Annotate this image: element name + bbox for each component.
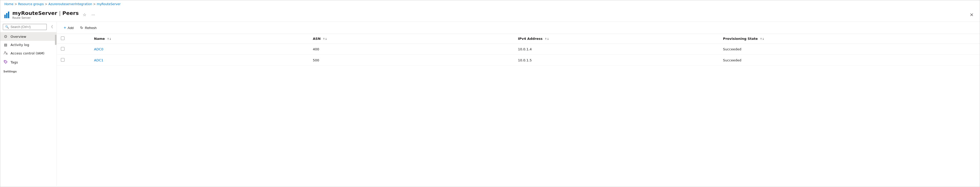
table-header-row: Name ↑↓ ASN ↑↓ IPv4 Address ↑↓ Provisi [57,34,980,44]
select-all-checkbox[interactable] [61,36,64,40]
content-area: + Add ↻ Refresh Name ↑↓ [57,22,980,186]
collapse-sidebar-button[interactable]: 《 [48,24,54,30]
asn-sort-icon: ↑↓ [323,38,327,40]
row-actions-0: ··· [925,44,980,55]
row-checkbox-1[interactable] [61,58,64,62]
refresh-icon: ↻ [80,26,83,30]
page-subtitle: Route Server [12,16,79,19]
th-ipv4[interactable]: IPv4 Address ↑↓ [515,34,720,44]
th-actions [925,34,980,44]
table-container: Name ↑↓ ASN ↑↓ IPv4 Address ↑↓ Provisi [57,34,980,186]
row-ipv4-0: 10.0.1.4 [515,44,720,55]
favorite-button[interactable]: ☆ [82,11,88,18]
add-icon: + [64,25,66,30]
search-icon: 🔍 [5,25,9,29]
overview-icon: ⊙ [3,34,8,39]
sidebar-item-overview[interactable]: ⊙ Overview [0,32,57,41]
row-asn-1: 500 [310,55,515,66]
toolbar: + Add ↻ Refresh [57,22,980,34]
more-button[interactable]: ··· [91,11,96,18]
peers-table: Name ↑↓ ASN ↑↓ IPv4 Address ↑↓ Provisi [57,34,980,66]
tags-icon [3,60,8,65]
sidebar-item-access-control[interactable]: Access control (IAM) [0,49,57,58]
row-checkbox-cell [57,55,91,66]
row-asn-0: 400 [310,44,515,55]
svg-point-0 [5,52,6,53]
breadcrumb-resource-groups[interactable]: Resource groups [18,2,44,6]
sidebar-item-activity-log[interactable]: ▤ Activity log [0,41,57,49]
sidebar-label-activity-log: Activity log [11,43,29,47]
close-button[interactable]: ✕ [968,11,976,19]
sidebar-nav: ⊙ Overview ▤ Activity log Access control… [0,32,57,186]
scroll-indicator [55,35,57,45]
sidebar-label-overview: Overview [11,35,26,38]
row-checkbox-cell [57,44,91,55]
name-sort-icon: ↑↓ [107,38,111,40]
sidebar-item-tags[interactable]: Tags [0,58,57,67]
row-actions-1: ··· [925,55,980,66]
page-header: myRouteServer | Peers Route Server ☆ ···… [0,8,980,22]
breadcrumb-integration[interactable]: AzurerouteserverIntegration [49,2,92,6]
main-layout: 🔍 《 ⊙ Overview ▤ Activity log [0,22,980,186]
search-input[interactable] [11,25,45,29]
table-row: ADC1 500 10.0.1.5 Succeeded ··· [57,55,980,66]
activity-log-icon: ▤ [3,43,8,47]
sidebar-label-tags: Tags [11,60,18,64]
row-state-1: Succeeded [720,55,925,66]
svg-point-2 [5,61,5,62]
sidebar: 🔍 《 ⊙ Overview ▤ Activity log [0,22,57,186]
sidebar-label-access-control: Access control (IAM) [11,51,45,55]
ipv4-sort-icon: ↑↓ [545,38,549,40]
refresh-button[interactable]: ↻ Refresh [77,24,99,31]
search-container: 🔍 《 [0,22,57,32]
th-asn[interactable]: ASN ↑↓ [310,34,515,44]
breadcrumb-home[interactable]: Home [4,2,13,6]
state-sort-icon: ↑↓ [760,38,764,40]
row-name-1[interactable]: ADC1 [91,55,310,66]
access-control-icon [3,51,8,56]
svg-point-1 [6,53,7,54]
th-state[interactable]: Provisioning State ↑↓ [720,34,925,44]
row-state-0: Succeeded [720,44,925,55]
breadcrumb: Home > Resource groups > Azurerouteserve… [0,0,980,8]
page-title-group: myRouteServer | Peers Route Server [12,10,79,19]
add-button[interactable]: + Add [61,24,76,32]
route-server-icon [4,11,9,18]
th-checkbox[interactable] [57,34,91,44]
page-title: myRouteServer | Peers [12,10,79,16]
table-row: ADC0 400 10.0.1.4 Succeeded ··· [57,44,980,55]
row-name-0[interactable]: ADC0 [91,44,310,55]
th-name[interactable]: Name ↑↓ [91,34,310,44]
sidebar-section-settings: Settings [0,67,57,74]
row-ipv4-1: 10.0.1.5 [515,55,720,66]
search-box[interactable]: 🔍 [3,24,47,30]
breadcrumb-route-server[interactable]: myRouteServer [97,2,121,6]
row-checkbox-0[interactable] [61,47,64,51]
